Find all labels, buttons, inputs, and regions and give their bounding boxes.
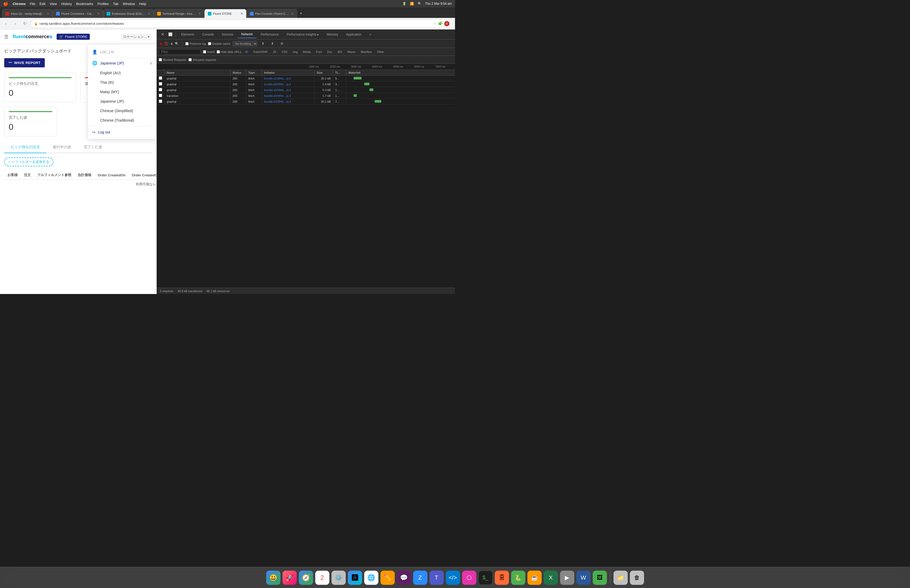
clear-button[interactable]: 🚫 — [165, 42, 168, 45]
network-row-3[interactable]: graphql 200 fetch bundle.d1f3f4d....js:2… — [157, 87, 455, 93]
logout-button[interactable]: ↪ Log out — [88, 128, 157, 137]
devtools-tab-console[interactable]: Console — [199, 31, 218, 38]
row-checkbox-5[interactable] — [159, 100, 162, 103]
row-checkbox-2[interactable] — [159, 82, 162, 86]
disable-cache-checkbox[interactable]: Disable cache — [208, 42, 230, 45]
lang-zh-hans[interactable]: Chinese (Simplified) — [88, 106, 157, 116]
col-size-header[interactable]: Size — [315, 70, 333, 76]
filter-chip-wasm[interactable]: Wasm — [346, 50, 357, 54]
network-row-2[interactable]: graphql 200 fetch bundle.d1f3f4d....js:2… — [157, 81, 455, 87]
filter-chip-xhr[interactable]: Fetch/XHR — [252, 50, 269, 54]
browser-tab-5[interactable]: Fluent STORE ✕ — [204, 9, 246, 18]
col-status-header[interactable]: Status — [230, 70, 246, 76]
menu-help[interactable]: Help — [139, 2, 146, 6]
tab-completed-waves[interactable]: 完了した波 — [78, 142, 108, 153]
menu-file[interactable]: File — [30, 2, 35, 6]
language-item-active[interactable]: 🌐 Japanese (JP) ∧ — [88, 58, 157, 68]
devtools-tab-elements[interactable]: Elements — [178, 31, 198, 38]
browser-tab-1[interactable]: Inbox (1) - randy.chan@fluent... ✕ — [2, 9, 53, 18]
blocked-requests-checkbox[interactable]: Blocked Requests — [159, 58, 186, 61]
row-initiator-3[interactable]: bundle.d1f3f4d....js:2 — [262, 87, 315, 93]
devtools-tab-performance[interactable]: Performance — [257, 31, 283, 38]
filter-toggle[interactable]: ⧗ — [171, 42, 173, 45]
row-initiator-4[interactable]: bundle.d1f3f4d....js:2 — [262, 93, 315, 99]
import-icon[interactable]: ⬆ — [259, 40, 267, 47]
col-type-header[interactable]: Type — [246, 70, 262, 76]
address-bar[interactable]: 🔒 randy.sandbox.apps.fluentcommerce.com/… — [31, 19, 453, 28]
profile-icon[interactable]: R — [444, 21, 449, 26]
forward-button[interactable]: › — [11, 20, 19, 27]
menu-view[interactable]: View — [50, 2, 57, 6]
filter-chip-media[interactable]: Media — [301, 50, 312, 54]
devtools-tab-sources[interactable]: Sources — [218, 31, 237, 38]
devtools-tab-memory[interactable]: Memory — [323, 31, 342, 38]
col-waterfall-header[interactable]: Waterfall — [346, 70, 455, 76]
row-checkbox-4[interactable] — [159, 94, 162, 97]
apple-logo[interactable]: 🍎 — [3, 1, 8, 6]
devtools-tab-performance-insights[interactable]: Performance insights ▸ — [283, 31, 323, 38]
lang-en-au[interactable]: English (AU) — [88, 68, 157, 78]
tab-close-2[interactable]: ✕ — [97, 12, 100, 16]
filter-chip-js[interactable]: JS — [271, 50, 278, 54]
menu-bookmarks[interactable]: Bookmarks — [76, 2, 93, 6]
devtools-close-icon[interactable]: ✕ — [159, 31, 166, 38]
tab-close-6[interactable]: ✕ — [291, 12, 294, 16]
back-button[interactable]: ‹ — [2, 20, 10, 27]
blocked-requests-input[interactable] — [159, 58, 162, 61]
network-table-scroll[interactable]: Name Status Type Initiator Size Ti... Wa… — [157, 70, 455, 288]
row-checkbox-1[interactable] — [159, 76, 162, 80]
network-settings-icon[interactable]: ⚙ — [278, 40, 286, 47]
row-checkbox-3[interactable] — [159, 88, 162, 91]
menu-chrome[interactable]: Chrome — [13, 2, 26, 6]
hide-data-urls-input[interactable] — [217, 50, 220, 53]
network-row-1[interactable]: graphql 200 fetch bundle.d1f3f4d....js:2… — [157, 76, 455, 81]
menu-tab[interactable]: Tab — [113, 2, 118, 6]
search-icon[interactable]: 🔍 — [418, 2, 422, 5]
location-button[interactable]: ロケーション... ▾ — [121, 34, 152, 40]
menu-edit[interactable]: Edit — [39, 2, 45, 6]
record-button[interactable]: ⏺ — [159, 42, 162, 46]
third-party-checkbox[interactable]: 3rd-party requests — [189, 58, 216, 61]
filter-chip-other[interactable]: Other — [375, 50, 386, 54]
tab-inprogress-waves[interactable]: 進行中の波 — [46, 142, 78, 153]
hide-data-urls-checkbox[interactable]: Hide data URLs — [217, 50, 241, 53]
tab-close-4[interactable]: ✕ — [198, 12, 201, 16]
tab-close-5[interactable]: ✕ — [241, 12, 243, 16]
menu-profiles[interactable]: Profiles — [97, 2, 109, 6]
devtools-tab-network[interactable]: Network — [238, 31, 257, 38]
new-tab-button[interactable]: + — [297, 9, 305, 18]
menu-history[interactable]: History — [61, 2, 72, 6]
network-row-4[interactable]: transition 200 fetch bundle.d1f3f4d....j… — [157, 93, 455, 99]
row-initiator-2[interactable]: bundle.d1f3f4d....js:2 — [262, 81, 315, 87]
tab-pending-orders[interactable]: ビック待ちの注文 — [4, 142, 46, 153]
wave-report-button[interactable]: 〰 WAVE REPORT — [4, 58, 45, 67]
invert-input[interactable] — [203, 50, 206, 53]
col-name-header[interactable]: Name — [165, 70, 230, 76]
throttle-select[interactable]: No throttling — [233, 41, 257, 46]
tab-close-1[interactable]: ✕ — [47, 12, 49, 16]
browser-tab-4[interactable]: Technical Design - Inventory F... ✕ — [154, 9, 204, 18]
reload-button[interactable]: ↻ — [21, 20, 28, 27]
menu-window[interactable]: Window — [123, 2, 135, 6]
filter-chip-doc[interactable]: Doc — [325, 50, 334, 54]
row-initiator-1[interactable]: bundle.d1f3f4d....js:2 — [262, 76, 315, 81]
col-initiator-header[interactable]: Initiator — [262, 70, 315, 76]
col-time-header[interactable]: Ti... — [333, 70, 346, 76]
add-filter-button[interactable]: + + フィルターを追加する — [4, 157, 53, 166]
filter-input[interactable] — [159, 49, 201, 55]
export-icon[interactable]: ⬇ — [269, 40, 276, 47]
tab-close-3[interactable]: ✕ — [148, 12, 150, 16]
third-party-input[interactable] — [189, 58, 192, 61]
devtools-tab-application[interactable]: Application — [342, 31, 365, 38]
browser-tab-6[interactable]: Flex Console | Fluent Comme... ✕ — [246, 9, 297, 18]
lang-zh-hant[interactable]: Chinese (Traditional) — [88, 116, 157, 125]
invert-checkbox[interactable]: Invert — [203, 50, 215, 53]
row-initiator-5[interactable]: bundle.d1f3f4d....js:2 — [262, 99, 315, 105]
preserve-log-input[interactable] — [185, 42, 189, 45]
browser-tab-2[interactable]: Fluent Commerce - Calendar... ✕ — [53, 9, 103, 18]
lang-th[interactable]: Thai (th) — [88, 78, 157, 87]
extension-icon[interactable]: 🧩 — [438, 21, 443, 26]
bookmark-icon[interactable]: ☆ — [433, 21, 436, 26]
search-button[interactable]: 🔍 — [175, 42, 179, 45]
filter-chip-font[interactable]: Font — [314, 50, 323, 54]
